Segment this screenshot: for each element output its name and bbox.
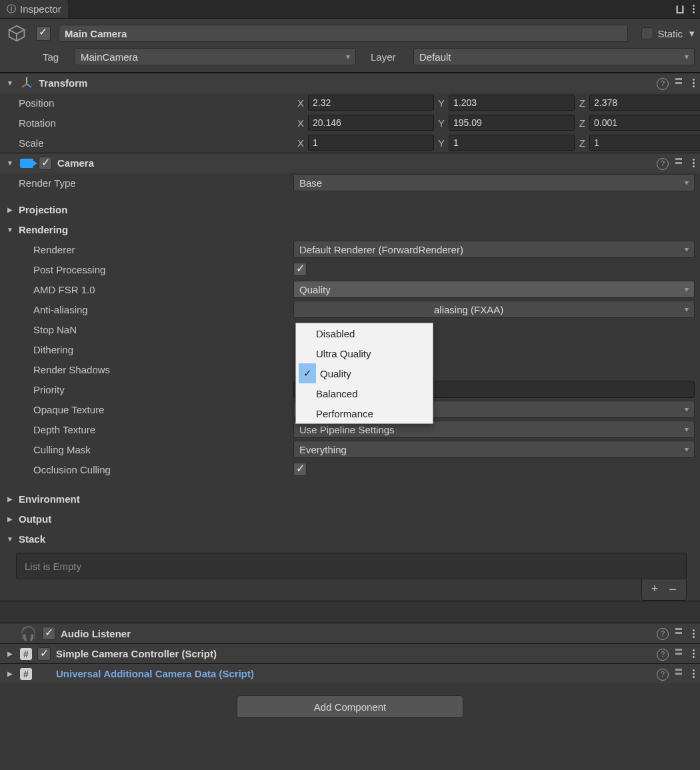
post-processing-row: Post Processing <box>0 259 700 279</box>
projection-foldout[interactable]: Projection <box>0 199 700 219</box>
option-disabled[interactable]: Disabled <box>296 323 433 343</box>
add-icon[interactable]: + <box>651 582 659 597</box>
simple-camera-controller-header[interactable]: # Simple Camera Controller (Script) <box>0 643 700 663</box>
position-y-input[interactable] <box>449 95 575 111</box>
position-x-input[interactable] <box>308 95 434 111</box>
foldout-icon[interactable] <box>5 225 15 234</box>
foldout-icon[interactable] <box>5 159 15 168</box>
preset-icon[interactable] <box>675 649 686 659</box>
culling-mask-label: Culling Mask <box>5 444 293 455</box>
post-processing-checkbox[interactable] <box>293 263 307 276</box>
kebab-menu-icon[interactable] <box>693 79 695 87</box>
tag-label: Tag <box>5 51 69 63</box>
kebab-menu-icon[interactable] <box>693 159 695 167</box>
kebab-menu-icon[interactable] <box>693 649 695 658</box>
scale-x-input[interactable] <box>308 135 434 151</box>
preset-icon[interactable] <box>675 628 686 639</box>
help-icon[interactable] <box>657 157 669 170</box>
kebab-menu-icon[interactable] <box>693 669 695 678</box>
foldout-icon[interactable] <box>5 205 15 214</box>
amd-fsr-dropdown[interactable]: Quality▾ <box>293 281 695 298</box>
help-icon[interactable] <box>657 647 669 661</box>
foldout-icon[interactable] <box>5 79 15 88</box>
option-ultra-quality[interactable]: Ultra Quality <box>296 343 433 363</box>
output-foldout[interactable]: Output <box>0 509 700 529</box>
remove-icon[interactable]: − <box>669 582 677 597</box>
environment-foldout[interactable]: Environment <box>0 489 700 509</box>
static-dropdown-caret[interactable] <box>687 27 695 39</box>
render-type-row: Render Type Base▾ <box>0 173 700 193</box>
svg-line-3 <box>27 84 31 87</box>
option-performance[interactable]: Performance <box>296 403 433 423</box>
stack-list-footer: + − <box>0 579 687 601</box>
tag-layer-row: Tag MainCamera ▾ Layer Default ▾ <box>0 45 700 73</box>
simple-camera-enabled-checkbox[interactable] <box>37 647 51 661</box>
svg-line-2 <box>22 84 27 87</box>
gameobject-name-input[interactable] <box>59 25 628 42</box>
camera-icon <box>20 159 33 168</box>
transform-header[interactable]: Transform <box>0 73 700 93</box>
stop-nan-label: Stop NaN <box>5 324 293 335</box>
separator <box>0 601 700 623</box>
foldout-icon[interactable] <box>5 514 15 523</box>
culling-mask-dropdown[interactable]: Everything▾ <box>293 441 695 458</box>
stack-foldout[interactable]: Stack <box>0 529 700 549</box>
occlusion-culling-checkbox[interactable] <box>293 463 307 476</box>
option-quality[interactable]: ✓Quality <box>296 363 433 383</box>
scale-y-input[interactable] <box>449 135 575 151</box>
tab-bar: ⓘ Inspector <box>0 0 700 19</box>
render-type-dropdown[interactable]: Base▾ <box>293 174 695 191</box>
renderer-label: Renderer <box>5 244 293 255</box>
kebab-menu-icon[interactable] <box>693 5 695 13</box>
rotation-z-input[interactable] <box>589 115 700 131</box>
audio-listener-enabled-checkbox[interactable] <box>42 627 55 640</box>
position-z-input[interactable] <box>589 95 700 111</box>
rotation-y-input[interactable] <box>449 115 575 131</box>
preset-icon[interactable] <box>675 158 686 169</box>
position-label: Position <box>5 97 293 109</box>
kebab-menu-icon[interactable] <box>693 629 695 638</box>
transform-title: Transform <box>39 77 651 89</box>
script-icon: # <box>20 648 32 660</box>
amd-fsr-options-popup: Disabled Ultra Quality ✓Quality Balanced… <box>295 323 433 424</box>
layer-dropdown[interactable]: Default ▾ <box>413 48 695 65</box>
foldout-icon[interactable] <box>5 534 15 543</box>
static-checkbox[interactable] <box>641 27 653 39</box>
add-component-button[interactable]: Add Component <box>237 695 463 718</box>
lock-icon[interactable] <box>675 2 685 17</box>
rendering-foldout[interactable]: Rendering <box>0 219 700 239</box>
scale-z-input[interactable] <box>589 135 700 151</box>
help-icon[interactable] <box>657 627 669 640</box>
layer-label: Layer <box>361 51 408 63</box>
foldout-icon[interactable] <box>5 494 15 503</box>
chevron-down-icon: ▾ <box>346 52 350 61</box>
camera-enabled-checkbox[interactable] <box>39 157 52 170</box>
foldout-icon[interactable] <box>5 649 15 659</box>
anti-aliasing-row: Anti-aliasing aliasing (FXAA)▾ <box>0 299 700 319</box>
foldout-icon[interactable] <box>5 669 15 679</box>
opaque-texture-label: Opaque Texture <box>5 404 293 415</box>
help-icon[interactable] <box>657 667 669 681</box>
gameobject-icon[interactable] <box>5 22 28 45</box>
gameobject-enabled-checkbox[interactable] <box>36 26 51 41</box>
priority-label: Priority <box>5 384 293 395</box>
anti-aliasing-dropdown[interactable]: aliasing (FXAA)▾ <box>293 301 695 318</box>
renderer-dropdown[interactable]: Default Renderer (ForwardRenderer)▾ <box>293 241 695 258</box>
option-balanced[interactable]: Balanced <box>296 383 433 403</box>
rotation-label: Rotation <box>5 117 293 129</box>
camera-header[interactable]: Camera <box>0 153 700 173</box>
culling-mask-row: Culling Mask Everything▾ <box>0 439 700 459</box>
simple-camera-title: Simple Camera Controller (Script) <box>56 648 651 659</box>
inspector-tab[interactable]: ⓘ Inspector <box>0 0 68 18</box>
preset-icon[interactable] <box>675 669 686 679</box>
post-processing-label: Post Processing <box>5 264 293 275</box>
rotation-x-input[interactable] <box>308 115 434 131</box>
projection-label: Projection <box>19 204 67 215</box>
universal-camera-data-header[interactable]: # Universal Additional Camera Data (Scri… <box>0 663 700 683</box>
chevron-down-icon: ▾ <box>685 52 689 61</box>
audio-listener-header[interactable]: 🎧 Audio Listener <box>0 623 700 643</box>
tag-dropdown[interactable]: MainCamera ▾ <box>75 48 356 65</box>
anti-aliasing-label: Anti-aliasing <box>5 304 293 315</box>
preset-icon[interactable] <box>675 78 686 89</box>
help-icon[interactable] <box>657 77 669 90</box>
